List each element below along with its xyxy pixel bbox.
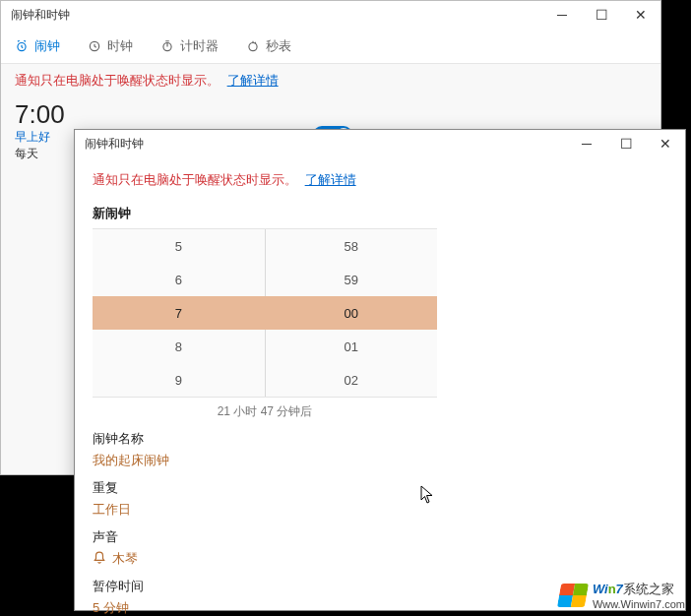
tab-alarm-label: 闹钟 bbox=[34, 37, 60, 55]
window-controls-back: ─ ☐ ✕ bbox=[542, 1, 660, 29]
hour-option[interactable]: 9 bbox=[93, 363, 265, 397]
sound-value[interactable]: 木琴 bbox=[93, 550, 667, 568]
window-title: 闹钟和时钟 bbox=[11, 7, 70, 24]
alarm-repeat: 每天 bbox=[15, 146, 65, 162]
alarm-time: 7:00 bbox=[15, 101, 65, 127]
window-controls-front: ─ ☐ ✕ bbox=[567, 130, 685, 157]
notice-front: 通知只在电脑处于唤醒状态时显示。 了解详情 bbox=[93, 163, 667, 197]
alarm-name-value[interactable]: 我的起床闹钟 bbox=[93, 452, 667, 469]
edit-body: 通知只在电脑处于唤醒状态时显示。 了解详情 新闹钟 5 6 7 8 9 58 5… bbox=[75, 157, 685, 616]
tab-stopwatch[interactable]: 秒表 bbox=[246, 37, 291, 55]
clock-icon bbox=[88, 39, 101, 53]
time-picker[interactable]: 5 6 7 8 9 58 59 00 01 02 bbox=[93, 228, 437, 398]
maximize-button-front[interactable]: ☐ bbox=[606, 130, 646, 157]
timer-icon bbox=[160, 39, 174, 53]
bell-icon bbox=[93, 551, 106, 568]
repeat-label: 重复 bbox=[93, 479, 667, 497]
time-remaining: 21 小时 47 分钟后 bbox=[93, 403, 437, 420]
notice-back: 通知只在电脑处于唤醒状态时显示。 了解详情 bbox=[1, 64, 660, 97]
close-button[interactable]: ✕ bbox=[621, 1, 660, 29]
maximize-button[interactable]: ☐ bbox=[582, 1, 621, 29]
minimize-button-front[interactable]: ─ bbox=[567, 130, 606, 157]
tab-clock-label: 时钟 bbox=[107, 37, 133, 55]
tab-alarm[interactable]: 闹钟 bbox=[15, 37, 60, 55]
tab-stopwatch-label: 秒表 bbox=[266, 37, 291, 55]
minute-option[interactable]: 58 bbox=[266, 229, 438, 263]
minute-option-selected[interactable]: 00 bbox=[266, 296, 438, 330]
sound-value-text: 木琴 bbox=[112, 550, 138, 568]
stopwatch-icon bbox=[246, 39, 260, 53]
titlebar-front: 闹钟和时钟 ─ ☐ ✕ bbox=[75, 130, 685, 157]
sound-label: 声音 bbox=[93, 528, 667, 546]
tabbar: 闹钟 时钟 计时器 秒表 bbox=[1, 29, 660, 64]
notice-text: 通知只在电脑处于唤醒状态时显示。 bbox=[15, 73, 220, 88]
hour-option-selected[interactable]: 7 bbox=[93, 296, 265, 330]
watermark-url: Www.Winwin7.com bbox=[593, 598, 685, 610]
window-alarm-edit: 闹钟和时钟 ─ ☐ ✕ 通知只在电脑处于唤醒状态时显示。 了解详情 新闹钟 5 … bbox=[74, 129, 686, 611]
notice-link-front[interactable]: 了解详情 bbox=[305, 172, 356, 187]
minute-column[interactable]: 58 59 00 01 02 bbox=[265, 229, 438, 397]
close-button-front[interactable]: ✕ bbox=[646, 130, 685, 157]
repeat-value[interactable]: 工作日 bbox=[93, 501, 667, 519]
svg-point-3 bbox=[249, 42, 257, 50]
alarm-label: 早上好 bbox=[15, 129, 65, 146]
watermark: Win7系统之家 Www.Winwin7.com bbox=[559, 581, 685, 610]
minute-option[interactable]: 01 bbox=[266, 330, 438, 363]
tab-timer[interactable]: 计时器 bbox=[160, 37, 219, 55]
windows-logo-icon bbox=[557, 584, 589, 607]
minute-option[interactable]: 02 bbox=[266, 363, 438, 397]
minimize-button[interactable]: ─ bbox=[542, 1, 582, 29]
titlebar-back: 闹钟和时钟 ─ ☐ ✕ bbox=[1, 1, 660, 29]
alarm-info: 7:00 早上好 每天 bbox=[15, 101, 65, 162]
hour-option[interactable]: 8 bbox=[93, 330, 265, 363]
section-new-alarm: 新闹钟 bbox=[93, 205, 667, 222]
notice-link[interactable]: 了解详情 bbox=[227, 73, 279, 88]
hour-option[interactable]: 6 bbox=[93, 263, 265, 296]
alarm-icon bbox=[15, 39, 29, 53]
minute-option[interactable]: 59 bbox=[266, 263, 438, 296]
hour-column[interactable]: 5 6 7 8 9 bbox=[93, 229, 265, 397]
window-title-front: 闹钟和时钟 bbox=[85, 136, 144, 153]
alarm-name-label: 闹钟名称 bbox=[93, 430, 667, 448]
tab-clock[interactable]: 时钟 bbox=[88, 37, 133, 55]
watermark-brand: Win7系统之家 bbox=[593, 581, 685, 598]
notice-text-front: 通知只在电脑处于唤醒状态时显示。 bbox=[93, 172, 297, 187]
hour-option[interactable]: 5 bbox=[93, 229, 265, 263]
tab-timer-label: 计时器 bbox=[180, 37, 219, 55]
